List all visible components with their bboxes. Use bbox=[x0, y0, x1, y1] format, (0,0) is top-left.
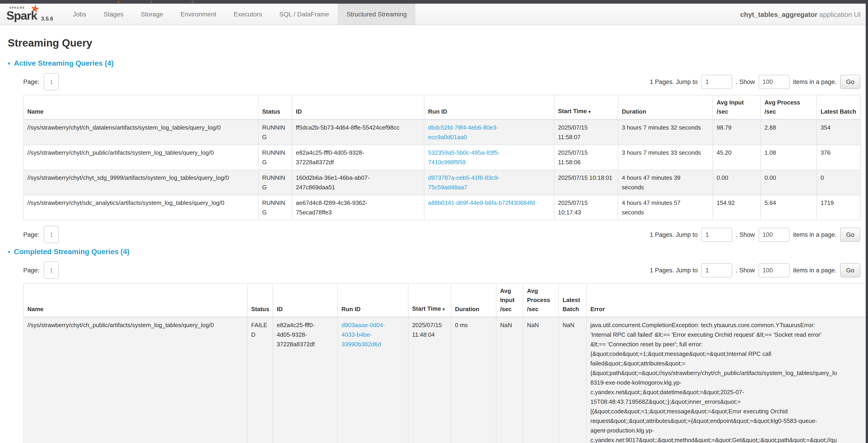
status-cell: RUNNING bbox=[258, 170, 292, 195]
query-row: //sys/strawberry/chyt/ch_datalens/artifa… bbox=[24, 120, 861, 145]
query-row: //sys/strawberry/chyt/ch_public/artifact… bbox=[24, 145, 861, 170]
avg-process-cell: 1.08 bbox=[761, 145, 817, 170]
items-per-page-input[interactable] bbox=[758, 263, 789, 277]
run-id-cell: 532359a5-5b0c-495a-83f5- 7410c998f959 bbox=[424, 145, 554, 170]
browser-dot-icon bbox=[118, 1, 119, 3]
start-time-cell: 2025/07/15 10:18:01 bbox=[554, 170, 618, 195]
application-name: chyt_tables_aggregator bbox=[740, 10, 817, 18]
sort-desc-icon: ▾ bbox=[443, 307, 445, 312]
completed-queries-section: Page: 1 Pages. Jump to . Show items in a… bbox=[23, 261, 860, 443]
query-id-cell: e82a4c25-fff0-4d05-9328- 37228a8372df bbox=[292, 145, 424, 170]
col-header-avg-input[interactable]: Avg Input /sec bbox=[713, 95, 761, 120]
browser-topbar-strip bbox=[0, 0, 868, 4]
error-cell: java.util.concurrent.CompletionException… bbox=[587, 317, 868, 443]
error-line: request&quot;;&quot;attributes&quot;={&q… bbox=[590, 416, 868, 426]
spark-logo-block[interactable]: APACHE Spark ★ 3.5.6 bbox=[0, 4, 58, 25]
page-number-input[interactable] bbox=[44, 261, 59, 279]
status-cell: RUNNING bbox=[258, 120, 292, 145]
run-id-link[interactable]: a88b0141-d69f-44e9-b6fa-b72f430684fd bbox=[428, 199, 535, 206]
col-header-avg-process[interactable]: Avg Process /sec bbox=[761, 95, 817, 120]
latest-batch-cell: 376 bbox=[817, 145, 861, 170]
run-id-link[interactable]: dbdc52fd-79f4-4eb6-80e3- ecc9a0d01aa0 bbox=[428, 124, 498, 141]
active-queries-heading[interactable]: Active Streaming Queries (4) bbox=[14, 59, 114, 67]
duration-cell: 3 hours 7 minutes 33 seconds bbox=[618, 145, 713, 170]
col-header-status[interactable]: Status bbox=[258, 95, 292, 120]
spark-star-icon: ★ bbox=[29, 2, 41, 15]
active-pagination-top: Page: 1 Pages. Jump to . Show items in a… bbox=[23, 73, 860, 90]
spark-logo: APACHE Spark ★ bbox=[6, 5, 37, 23]
caret-down-icon: ▾ bbox=[8, 249, 10, 254]
error-line: failed&quot;;&quot;attributes&quot;= bbox=[590, 359, 868, 368]
tab-environment[interactable]: Environment bbox=[172, 4, 225, 25]
tab-sql-dataframe[interactable]: SQL / DataFrame bbox=[271, 4, 338, 25]
latest-batch-cell: 0 bbox=[817, 170, 861, 195]
col-header-latest-batch[interactable]: Latest Batch bbox=[559, 284, 587, 317]
completed-queries-table: Name Status ID Run ID Start Time ▾ Durat… bbox=[23, 283, 868, 443]
start-time-cell: 2025/07/15 11:48:04 bbox=[408, 317, 451, 443]
avg-process-cell: 0.00 bbox=[761, 170, 817, 195]
col-header-avg-process[interactable]: Avg Process /sec bbox=[523, 284, 559, 317]
col-header-latest-batch[interactable]: Latest Batch bbox=[817, 95, 861, 120]
error-line: c.yandex.net:9017&quot;;&quot;method&quo… bbox=[590, 435, 868, 443]
status-cell: RUNNING bbox=[258, 195, 292, 220]
jump-to-page-input[interactable] bbox=[702, 75, 733, 89]
go-button[interactable]: Go bbox=[840, 75, 860, 89]
jump-to-page-input[interactable] bbox=[702, 263, 733, 277]
run-id-link[interactable]: d903aaae-0d04- 4033-b4be- 33990b382d6d bbox=[341, 322, 385, 348]
col-header-avg-input[interactable]: Avg Input /sec bbox=[496, 284, 523, 317]
active-queries-section-toggle[interactable]: ▾ Active Streaming Queries (4) bbox=[8, 59, 868, 67]
table-header-row: Name Status ID Run ID Start Time ▾ Durat… bbox=[24, 95, 861, 120]
error-line: 15T08:48:43.719568Z&quot;;};&quot;inner_… bbox=[590, 397, 868, 407]
navbar-tabs: Jobs Stages Storage Environment Executor… bbox=[64, 4, 415, 25]
run-id-cell: dbdc52fd-79f4-4eb6-80e3- ecc9a0d01aa0 bbox=[424, 120, 554, 145]
start-time-cell: 2025/07/15 11:58:07 bbox=[554, 120, 618, 145]
pages-info-text: 1 Pages. Jump to bbox=[650, 78, 698, 85]
active-pagination-bottom: Page: 1 Pages. Jump to . Show items in a… bbox=[23, 226, 860, 243]
page-number-input[interactable] bbox=[44, 73, 59, 90]
col-header-duration[interactable]: Duration bbox=[451, 284, 496, 317]
page-number-input[interactable] bbox=[44, 226, 59, 243]
col-header-name[interactable]: Name bbox=[24, 284, 247, 317]
tab-executors[interactable]: Executors bbox=[225, 4, 271, 25]
jump-to-page-input[interactable] bbox=[702, 228, 733, 242]
items-per-page-input[interactable] bbox=[758, 228, 789, 242]
col-header-id[interactable]: ID bbox=[273, 284, 338, 317]
query-row: //sys/strawberry/chyt/sdc_analytics/arti… bbox=[24, 195, 861, 220]
tab-jobs[interactable]: Jobs bbox=[64, 4, 95, 25]
scrollbar[interactable] bbox=[866, 0, 868, 443]
run-id-link[interactable]: 532359a5-5b0c-495a-83f5- 7410c998f959 bbox=[428, 149, 500, 166]
completed-queries-section-toggle[interactable]: ▾ Completed Streaming Queries (4) bbox=[8, 248, 868, 256]
col-header-run-id[interactable]: Run ID bbox=[338, 284, 408, 317]
query-id-cell: e82a4c25-fff0- 4d05-9328- 37228a8372df bbox=[273, 317, 338, 443]
query-name-cell: //sys/strawberry/chyt/ch_public/artifact… bbox=[24, 317, 247, 443]
run-id-cell: d973787a-ceb5-41f8-83c9- 75c59ad48aa7 bbox=[424, 170, 554, 195]
items-per-page-input[interactable] bbox=[758, 75, 789, 89]
avg-input-cell: NaN bbox=[496, 317, 523, 443]
pages-info-text: 1 Pages. Jump to bbox=[650, 231, 698, 238]
run-id-link[interactable]: d973787a-ceb5-41f8-83c9- 75c59ad48aa7 bbox=[428, 174, 500, 191]
run-id-cell: d903aaae-0d04- 4033-b4be- 33990b382d6d bbox=[338, 317, 408, 443]
completed-queries-heading[interactable]: Completed Streaming Queries (4) bbox=[14, 248, 129, 256]
col-header-duration[interactable]: Duration bbox=[618, 95, 713, 120]
error-line: c.yandex.net&quot;;&quot;datetime&quot;=… bbox=[590, 387, 868, 397]
col-header-name[interactable]: Name bbox=[24, 95, 258, 120]
tab-structured-streaming[interactable]: Structured Streaming bbox=[338, 4, 415, 25]
tab-stages[interactable]: Stages bbox=[95, 4, 132, 25]
col-header-status[interactable]: Status bbox=[247, 284, 273, 317]
avg-process-cell: 5.64 bbox=[761, 195, 817, 220]
col-header-id[interactable]: ID bbox=[292, 95, 424, 120]
page-content: Streaming Query ▾ Active Streaming Queri… bbox=[0, 25, 868, 443]
tab-storage[interactable]: Storage bbox=[132, 4, 172, 25]
status-cell: RUNNING bbox=[258, 145, 292, 170]
col-header-start-time[interactable]: Start Time ▾ bbox=[554, 95, 618, 120]
col-header-error[interactable]: Error bbox=[587, 284, 868, 317]
error-line: &lt;== 'Connection reset by peer'; full … bbox=[590, 339, 868, 349]
go-button[interactable]: Go bbox=[840, 228, 860, 242]
spark-navbar: APACHE Spark ★ 3.5.6 Jobs Stages Storage… bbox=[0, 4, 868, 25]
col-header-start-time[interactable]: Start Time ▾ bbox=[408, 284, 451, 317]
avg-input-cell: 98.79 bbox=[713, 120, 761, 145]
col-header-run-id[interactable]: Run ID bbox=[424, 95, 554, 120]
sort-desc-icon: ▾ bbox=[589, 110, 591, 114]
go-button[interactable]: Go bbox=[840, 263, 860, 277]
run-id-cell: a88b0141-d69f-44e9-b6fa-b72f430684fd bbox=[424, 195, 554, 220]
